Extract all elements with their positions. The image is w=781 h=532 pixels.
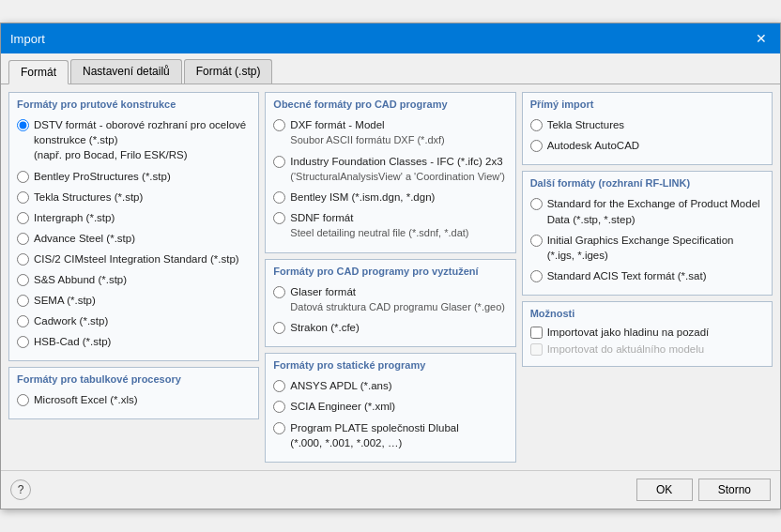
radio-tekla-input[interactable]: [17, 191, 29, 204]
radio-hsb-input[interactable]: [17, 336, 29, 348]
tab-format[interactable]: Formát: [8, 60, 69, 84]
radio-dxf-input[interactable]: [273, 119, 285, 131]
radio-advance-label: Advance Steel (*.stp): [34, 231, 135, 246]
footer-left: ?: [10, 479, 31, 500]
checkbox-model-label: Importovat do aktuálního modelu: [547, 343, 705, 355]
radio-sdnf-input[interactable]: [273, 212, 285, 224]
radio-sdnf-label: SDNF formátSteel detailing neutral file …: [290, 210, 468, 240]
radio-plate-label: Program PLATE společnosti Dlubal(*.000, …: [290, 420, 458, 450]
radio-excel-label: Microsoft Excel (*.xls): [34, 392, 138, 407]
panel-primy: Přímý import Tekla Structures Autodesk A…: [522, 92, 773, 165]
radio-cadwork: Cadwork (*.stp): [17, 313, 251, 328]
radio-bentley-ism: Bentley ISM (*.ism.dgn, *.dgn): [273, 190, 507, 205]
checkbox-model-input[interactable]: [530, 343, 543, 356]
radio-tekla-primy: Tekla Structures: [530, 117, 764, 132]
panel-obecne-title: Obecné formáty pro CAD programy: [273, 99, 507, 112]
panel-dalsi: Další formáty (rozhraní RF-LINK) Standar…: [522, 171, 773, 295]
radio-scia-label: SCIA Engineer (*.xml): [290, 399, 395, 414]
radio-cadwork-label: Cadwork (*.stp): [34, 313, 108, 328]
radio-plate: Program PLATE společnosti Dlubal(*.000, …: [273, 420, 507, 450]
radio-intergraph-label: Intergraph (*.stp): [34, 210, 115, 225]
tab-format-stp[interactable]: Formát (.stp): [184, 59, 273, 84]
radio-bentley-pro-input[interactable]: [17, 171, 29, 183]
radio-autocad-input[interactable]: [530, 140, 543, 152]
panel-cad-vyztu-title: Formáty pro CAD programy pro vyztužení: [273, 266, 507, 279]
panel-dalsi-title: Další formáty (rozhraní RF-LINK): [530, 177, 764, 190]
radio-hsb-label: HSB-Cad (*.stp): [34, 334, 111, 349]
radio-excel-input[interactable]: [17, 394, 29, 406]
radio-intergraph-input[interactable]: [17, 212, 29, 224]
radio-cis2-input[interactable]: [17, 253, 29, 266]
title-bar: Import ✕: [1, 23, 780, 53]
cancel-button[interactable]: Storno: [698, 479, 771, 501]
radio-sema-input[interactable]: [17, 295, 29, 307]
import-dialog: Import ✕ Formát Nastavení detailů Formát…: [0, 23, 781, 509]
panel-cad-vyztu: Formáty pro CAD programy pro vyztužení G…: [265, 259, 515, 348]
radio-tekla-primy-input[interactable]: [530, 119, 543, 131]
radio-iges-input[interactable]: [530, 235, 543, 247]
radio-ifc-input[interactable]: [273, 156, 285, 168]
radio-sat: Standard ACIS Text formát (*.sat): [530, 268, 764, 283]
radio-step-label: Standard for the Exchange of Product Mod…: [547, 196, 760, 226]
radio-sema: SEMA (*.stp): [17, 293, 251, 308]
radio-glaser-input[interactable]: [273, 286, 285, 298]
panel-staticke-title: Formáty pro statické programy: [273, 359, 507, 372]
footer: ? OK Storno: [1, 470, 780, 509]
radio-ss-abbund-input[interactable]: [17, 274, 29, 286]
radio-sat-label: Standard ACIS Text formát (*.sat): [547, 268, 707, 283]
panel-obecne: Obecné formáty pro CAD programy DXF form…: [265, 92, 515, 253]
radio-glaser: Glaser formátDatová struktura CAD progra…: [273, 284, 507, 314]
radio-ansys-input[interactable]: [273, 380, 285, 392]
radio-advance: Advance Steel (*.stp): [17, 231, 251, 246]
panel-prutove-title: Formáty pro prutové konstrukce: [17, 99, 251, 112]
radio-plate-input[interactable]: [273, 422, 285, 434]
tab-nastaveni[interactable]: Nastavení detailů: [70, 59, 182, 84]
footer-right: OK Storno: [636, 479, 771, 501]
help-button[interactable]: ?: [10, 479, 31, 500]
checkbox-pozadi-input[interactable]: [530, 327, 543, 339]
radio-tekla: Tekla Structures (*.stp): [17, 190, 251, 205]
panel-tabulkove-title: Formáty pro tabulkové procesory: [17, 373, 251, 387]
checkbox-model: Importovat do aktuálního modelu: [530, 343, 764, 356]
radio-strakon-input[interactable]: [273, 322, 285, 334]
radio-step: Standard for the Exchange of Product Mod…: [530, 196, 764, 226]
radio-strakon-label: Strakon (*.cfe): [290, 320, 360, 335]
radio-dstv-input[interactable]: [17, 119, 29, 131]
radio-bentley-pro: Bentley ProStructures (*.stp): [17, 169, 251, 184]
radio-cis2-label: CIS/2 CIMsteel Integration Standard (*.s…: [34, 251, 239, 266]
radio-ifc: Industry Foundation Classes - IFC (*.ifc…: [273, 154, 507, 184]
radio-cadwork-input[interactable]: [17, 315, 29, 327]
radio-ifc-label: Industry Foundation Classes - IFC (*.ifc…: [290, 154, 505, 184]
radio-ansys: ANSYS APDL (*.ans): [273, 378, 507, 393]
radio-bentley-ism-input[interactable]: [273, 191, 285, 204]
radio-sema-label: SEMA (*.stp): [34, 293, 96, 308]
radio-scia: SCIA Engineer (*.xml): [273, 399, 507, 414]
radio-dstv: DSTV formát - oborové rozhraní pro ocelo…: [17, 117, 251, 162]
close-button[interactable]: ✕: [752, 29, 771, 48]
radio-step-input[interactable]: [530, 198, 543, 210]
radio-hsb: HSB-Cad (*.stp): [17, 334, 251, 349]
radio-bentley-ism-label: Bentley ISM (*.ism.dgn, *.dgn): [290, 190, 435, 205]
radio-dxf-label: DXF formát - ModelSoubor ASCII formátu D…: [290, 117, 444, 147]
radio-tekla-label: Tekla Structures (*.stp): [34, 190, 143, 205]
panel-tabulkove: Formáty pro tabulkové procesory Microsof…: [8, 367, 259, 419]
radio-bentley-pro-label: Bentley ProStructures (*.stp): [34, 169, 171, 184]
radio-advance-input[interactable]: [17, 233, 29, 245]
radio-autocad: Autodesk AutoCAD: [530, 138, 764, 153]
radio-tekla-primy-label: Tekla Structures: [547, 117, 624, 132]
radio-cis2: CIS/2 CIMsteel Integration Standard (*.s…: [17, 251, 251, 266]
panel-staticke: Formáty pro statické programy ANSYS APDL…: [265, 353, 515, 462]
radio-iges-label: Initial Graphics Exchange Specification(…: [547, 233, 734, 263]
checkbox-pozadi: Importovat jako hladinu na pozadí: [530, 327, 764, 339]
tabs-bar: Formát Nastavení detailů Formát (.stp): [1, 53, 780, 84]
checkbox-pozadi-label: Importovat jako hladinu na pozadí: [547, 327, 710, 338]
radio-ansys-label: ANSYS APDL (*.ans): [290, 378, 391, 393]
radio-autocad-label: Autodesk AutoCAD: [547, 138, 639, 153]
ok-button[interactable]: OK: [636, 479, 693, 501]
radio-ss-abbund-label: S&S Abbund (*.stp): [34, 272, 127, 287]
panel-primy-title: Přímý import: [530, 99, 764, 112]
radio-iges: Initial Graphics Exchange Specification(…: [530, 233, 764, 263]
radio-intergraph: Intergraph (*.stp): [17, 210, 251, 225]
radio-scia-input[interactable]: [273, 401, 285, 413]
radio-sat-input[interactable]: [530, 270, 543, 282]
